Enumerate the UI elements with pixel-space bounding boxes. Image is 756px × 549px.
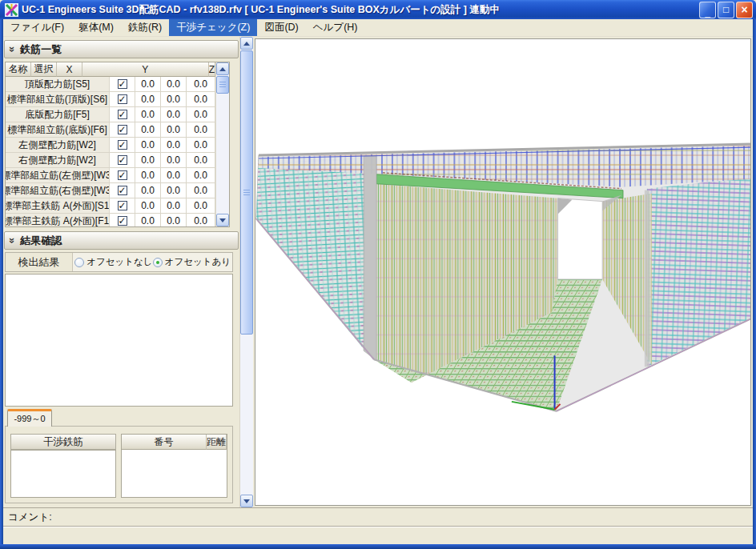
rebar-select-cell[interactable] [110,183,135,198]
rebar-select-cell[interactable] [110,107,135,122]
offset-z-cell[interactable]: 0.0 [187,107,215,122]
range-tab-content: 干渉鉄筋 番号 距離 [5,426,233,503]
menu-item[interactable]: 躯体(M) [71,19,121,36]
offset-x-cell[interactable]: 0.0 [135,107,161,122]
offset-z-cell[interactable]: 0.0 [187,198,215,214]
scroll-up-button[interactable] [216,62,229,75]
offset-x-cell[interactable]: 0.0 [135,198,161,214]
interference-check-panel: » 鉄筋一覧 名称 選択 X Y Z [3,37,253,507]
menu-item[interactable]: 鉄筋(R) [121,19,169,36]
panel-scrollbar[interactable] [239,37,253,507]
section-header-result-check[interactable]: » 結果確認 [4,231,239,250]
offset-x-cell[interactable]: 0.0 [135,77,161,92]
rebar-select-cell[interactable] [110,138,135,153]
offset-z-cell[interactable]: 0.0 [187,122,215,138]
rebar-select-cell[interactable] [110,214,135,227]
range-tab[interactable]: -999～0 [7,409,52,427]
offset-x-cell[interactable]: 0.0 [135,153,161,168]
menu-item[interactable]: 図面(D) [257,19,305,36]
offset-y-cell[interactable]: 0.0 [161,168,187,183]
offset-y-cell[interactable]: 0.0 [161,138,187,153]
offset-x-cell[interactable]: 0.0 [135,183,161,198]
scroll-down-button[interactable] [216,214,229,226]
offset-y-cell[interactable]: 0.0 [161,107,187,122]
offset-z-cell[interactable]: 0.0 [187,92,215,107]
offset-y-cell[interactable]: 0.0 [161,77,187,92]
column-header[interactable]: Z [209,62,215,77]
offset-x-cell[interactable]: 0.0 [135,214,161,227]
offset-x-cell[interactable]: 0.0 [135,138,161,153]
title-bar[interactable]: UC-1 Engineers Suite 3D配筋CAD - rfv138D.r… [0,0,756,19]
checkbox-icon[interactable] [118,125,127,134]
checkbox-icon[interactable] [118,186,127,195]
radio-option[interactable]: オフセットあり [153,256,231,268]
minimize-button[interactable]: _ [699,2,716,18]
rebar-select-cell[interactable] [110,92,135,107]
offset-z-cell[interactable]: 0.0 [187,168,215,183]
offset-y-cell[interactable]: 0.0 [161,198,187,214]
scroll-down-button[interactable] [240,495,253,507]
scroll-up-button[interactable] [240,37,253,50]
rebar-select-cell[interactable] [110,77,135,92]
rebar-name-cell[interactable]: 標準部組立筋(左側壁)[W3] [6,168,110,183]
checkbox-icon[interactable] [118,170,127,180]
column-header[interactable]: 距離 [207,435,227,450]
radio-option[interactable]: オフセットなし [74,256,152,268]
column-header[interactable]: Y [82,62,209,77]
scrollbar-thumb[interactable] [240,50,253,335]
menu-item[interactable]: 干渉チェック(Z) [169,19,257,36]
3d-viewport[interactable] [255,38,751,506]
rebar-name-cell[interactable]: 標準部組立筋(底版)[F6] [6,122,110,138]
detection-result-list[interactable] [5,274,233,407]
detect-result-label: 検出結果 [6,253,73,271]
column-header[interactable]: 選択 [31,62,57,77]
offset-y-cell[interactable]: 0.0 [161,183,187,198]
close-button[interactable]: × [736,2,753,18]
offset-y-cell[interactable]: 0.0 [161,122,187,138]
offset-y-cell[interactable]: 0.0 [161,92,187,107]
offset-y-cell[interactable]: 0.0 [161,214,187,227]
radio-icon [74,258,84,267]
column-header[interactable]: 名称 [6,62,31,77]
rebar-table-scrollbar[interactable] [215,62,229,226]
checkbox-icon[interactable] [118,201,127,210]
checkbox-icon[interactable] [118,155,127,165]
rebar-select-cell[interactable] [110,198,135,214]
column-header[interactable]: 番号 [122,435,207,450]
checkbox-icon[interactable] [118,94,127,104]
rebar-table-header: 名称 選択 X Y Z [6,62,215,77]
rebar-select-cell[interactable] [110,168,135,183]
rebar-name-cell[interactable]: 頂版配力筋[S5] [6,77,110,92]
rebar-name-cell[interactable]: 標準部組立筋(右側壁)[W3] [6,183,110,198]
rebar-select-cell[interactable] [110,122,135,138]
maximize-button[interactable]: □ [718,2,734,18]
rebar-name-cell[interactable]: 標準部組立筋(頂版)[S6] [6,92,110,107]
offset-z-cell[interactable]: 0.0 [187,138,215,153]
menu-item[interactable]: ファイル(F) [3,19,71,36]
checkbox-icon[interactable] [118,140,127,150]
offset-z-cell[interactable]: 0.0 [187,214,215,227]
offset-z-cell[interactable]: 0.0 [187,77,215,92]
offset-x-cell[interactable]: 0.0 [135,122,161,138]
rebar-name-cell[interactable]: 左側壁配力筋[W2] [6,138,110,153]
offset-x-cell[interactable]: 0.0 [135,168,161,183]
app-window: UC-1 Engineers Suite 3D配筋CAD - rfv138D.r… [0,0,756,549]
rebar-name-cell[interactable]: 標準部主鉄筋 A(外面)[S1] [6,198,110,214]
rebar-name-cell[interactable]: 標準部主鉄筋 A(外面)[F1] [6,214,110,227]
menu-item[interactable]: ヘルプ(H) [306,19,365,36]
offset-z-cell[interactable]: 0.0 [187,183,215,198]
offset-y-cell[interactable]: 0.0 [161,153,187,168]
scrollbar-thumb[interactable] [216,76,229,94]
column-header[interactable]: X [57,62,82,77]
interference-rebar-list[interactable] [10,450,116,498]
offset-z-cell[interactable]: 0.0 [187,153,215,168]
offset-x-cell[interactable]: 0.0 [135,92,161,107]
checkbox-icon[interactable] [118,216,127,226]
rebar-name-cell[interactable]: 右側壁配力筋[W2] [6,153,110,168]
rebar-name-cell[interactable]: 底版配力筋[F5] [6,107,110,122]
checkbox-icon[interactable] [118,79,127,89]
checkbox-icon[interactable] [118,110,127,119]
detect-result-row: 検出結果 オフセットなし オフセットあり [5,252,233,272]
section-header-rebar-list[interactable]: » 鉄筋一覧 [4,40,239,58]
rebar-select-cell[interactable] [110,153,135,168]
